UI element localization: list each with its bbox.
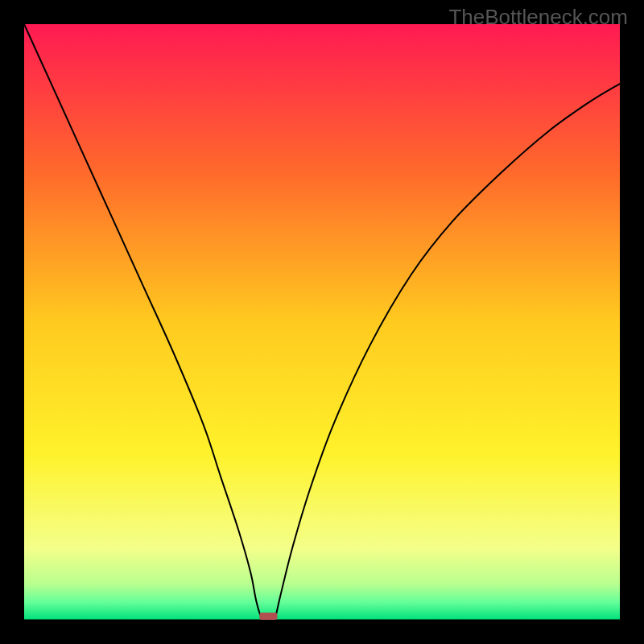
chart-container: TheBottleneck.com [0, 0, 644, 644]
watermark-text: TheBottleneck.com [448, 5, 628, 30]
chart-background [24, 24, 620, 620]
chart-svg [24, 24, 620, 620]
chart-marker [259, 613, 277, 620]
plot-area [24, 24, 620, 620]
